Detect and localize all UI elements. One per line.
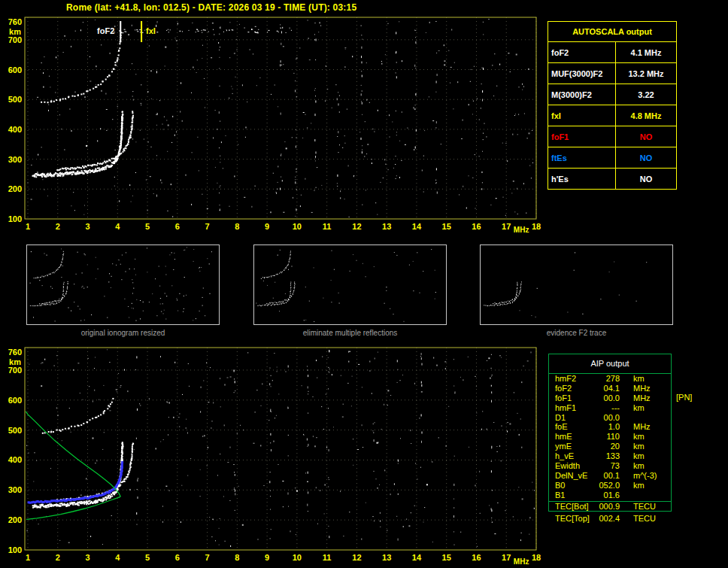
aip-row-foE: foE1.0MHz bbox=[549, 422, 671, 432]
aip-param-name: DelN_vE bbox=[555, 471, 594, 481]
x-tick-label: 12 bbox=[352, 222, 361, 231]
autoscala-row-MUF(3000)F2: MUF(3000)F213.2 MHz bbox=[548, 63, 677, 84]
noise-dots bbox=[26, 349, 535, 547]
aip-param-value: 052.0 bbox=[594, 481, 620, 491]
aip-param-unit: MHz bbox=[620, 384, 651, 393]
y-tick-label: 200 bbox=[8, 184, 22, 193]
ionogram-plot-bottom: 1234567891011121314151617181002003004005… bbox=[0, 342, 544, 568]
aip-row-B0: B0052.0km bbox=[549, 481, 671, 491]
autoscala-param-label: fxI bbox=[548, 105, 616, 126]
aip-param-name: Ewidth bbox=[555, 461, 594, 471]
autoscala-row-h'Es: h'EsNO bbox=[548, 169, 677, 190]
x-tick-label: 4 bbox=[115, 553, 120, 562]
aip-param-name: D1 bbox=[555, 413, 594, 423]
aip-param-unit: km bbox=[620, 374, 645, 384]
x-tick-label: 13 bbox=[382, 553, 391, 562]
autoscala-row-ftEs: ftEsNO bbox=[548, 147, 677, 169]
aip-foF1-note: [PN] bbox=[676, 393, 692, 402]
aip-title: AIP output bbox=[549, 354, 671, 374]
aip-param-unit: km bbox=[620, 432, 645, 442]
aip-row-B1: B101.6 bbox=[549, 491, 671, 500]
aip-output-panel: AIP output hmF2278kmfoF204.1MHzfoF100.0M… bbox=[548, 354, 672, 512]
trace-second-hop-trace bbox=[41, 32, 122, 103]
thumb-trace-F2-ordinary-trace bbox=[30, 282, 65, 306]
aip-param-value: 1.0 bbox=[594, 422, 620, 432]
aip-param-unit bbox=[620, 413, 633, 423]
aip-param-unit: TECU bbox=[620, 514, 656, 524]
aip-param-unit: km bbox=[620, 442, 645, 451]
y-tick-label: 700 bbox=[8, 35, 22, 44]
aip-param-value: 002.4 bbox=[594, 514, 620, 524]
x-tick-label: 9 bbox=[265, 222, 269, 231]
x-tick-label: 10 bbox=[293, 553, 302, 562]
autoscala-row-foF2: foF24.1 MHz bbox=[548, 42, 677, 63]
autoscala-param-label: foF1 bbox=[548, 126, 616, 147]
y-tick-label: 760 bbox=[8, 17, 22, 26]
aip-param-value: 01.6 bbox=[594, 491, 620, 500]
thumb-trace-F2-ordinary-trace bbox=[484, 282, 517, 306]
aip-parameter-rows: hmF2278kmfoF204.1MHzfoF100.0MHzhmF1---km… bbox=[549, 374, 671, 500]
aip-param-unit: km bbox=[620, 403, 645, 413]
y-axis-unit-label: km bbox=[9, 27, 21, 36]
x-tick-label: 3 bbox=[85, 553, 89, 562]
x-tick-label: 16 bbox=[472, 553, 481, 562]
autoscala-param-label: M(3000)F2 bbox=[548, 84, 616, 105]
aip-param-value: --- bbox=[594, 403, 620, 413]
x-tick-label: 7 bbox=[205, 553, 210, 562]
x-axis-unit-label: MHz bbox=[514, 557, 529, 566]
y-tick-label: 300 bbox=[8, 485, 22, 494]
aip-param-name: foE bbox=[555, 422, 594, 432]
aip-param-unit: MHz bbox=[620, 422, 651, 432]
y-tick-label: 500 bbox=[8, 426, 22, 435]
aip-param-value: 04.1 bbox=[594, 384, 620, 393]
x-tick-label: 17 bbox=[502, 553, 511, 562]
autoscala-param-label: MUF(3000)F2 bbox=[548, 63, 616, 84]
autoscala-param-value: NO bbox=[616, 126, 677, 147]
aip-param-unit: km bbox=[620, 481, 645, 491]
x-tick-label: 2 bbox=[56, 553, 60, 562]
thumb-trace-F2-extraordinary-trace bbox=[493, 281, 522, 304]
autoscala-param-value: NO bbox=[616, 147, 677, 169]
x-tick-label: 17 bbox=[502, 222, 511, 231]
x-tick-label: 18 bbox=[532, 553, 541, 562]
aip-param-value: 73 bbox=[594, 461, 620, 471]
autoscala-row-fxI: fxI4.8 MHz bbox=[548, 105, 677, 126]
aip-row-TEC-Top: TEC[Top]002.4TECU bbox=[549, 514, 676, 524]
y-tick-label: 760 bbox=[8, 348, 22, 357]
aip-param-name: hmF1 bbox=[555, 403, 594, 413]
aip-row-foF2: foF204.1MHz bbox=[549, 384, 671, 393]
y-tick-label: 200 bbox=[8, 515, 22, 524]
thumb-trace-second-hop-trace bbox=[261, 251, 291, 279]
x-tick-label: 5 bbox=[145, 222, 150, 231]
x-tick-label: 1 bbox=[26, 222, 30, 231]
aip-row-hmF2: hmF2278km bbox=[549, 374, 671, 384]
x-tick-label: 11 bbox=[323, 553, 332, 562]
x-tick-label: 15 bbox=[442, 222, 451, 231]
aip-param-name: B1 bbox=[555, 491, 594, 500]
trace-profile-topside bbox=[26, 412, 120, 497]
autoscala-param-value: 13.2 MHz bbox=[616, 63, 677, 84]
aip-param-unit: km bbox=[620, 451, 645, 461]
aip-param-unit bbox=[620, 491, 633, 500]
x-tick-label: 15 bbox=[442, 553, 451, 562]
aip-row-TEC-Bot: TEC[Bot]000.9TECU bbox=[549, 502, 671, 512]
autoscala-row-foF1: foF1NO bbox=[548, 126, 677, 147]
thumb-trace-F2-extraordinary-trace bbox=[39, 281, 68, 304]
thumbnail-evidence-f2-trace bbox=[480, 245, 673, 325]
thumbnail-original-ionogram bbox=[26, 245, 220, 325]
y-tick-label: 600 bbox=[8, 65, 22, 74]
y-axis-unit-label: km bbox=[9, 357, 21, 366]
y-tick-label: 100 bbox=[8, 214, 22, 223]
thumb-trace-second-hop-trace bbox=[34, 251, 64, 278]
x-tick-label: 11 bbox=[323, 222, 332, 231]
aip-row-DelN_vE: DelN_vE00.1m^(-3) bbox=[549, 471, 671, 481]
station-title: Rome (lat: +41.8, lon: 012.5) - DATE: 20… bbox=[66, 2, 356, 13]
aip-param-value: 00.1 bbox=[594, 471, 620, 481]
aip-param-name: hmF2 bbox=[555, 374, 594, 384]
autoscala-param-value: NO bbox=[616, 169, 677, 190]
aip-row-h_vE: h_vE133km bbox=[549, 451, 671, 461]
x-tick-label: 3 bbox=[85, 222, 89, 231]
autoscala-window: Rome (lat: +41.8, lon: 012.5) - DATE: 20… bbox=[0, 0, 728, 568]
x-tick-label: 2 bbox=[56, 222, 60, 231]
y-tick-label: 400 bbox=[8, 455, 22, 464]
